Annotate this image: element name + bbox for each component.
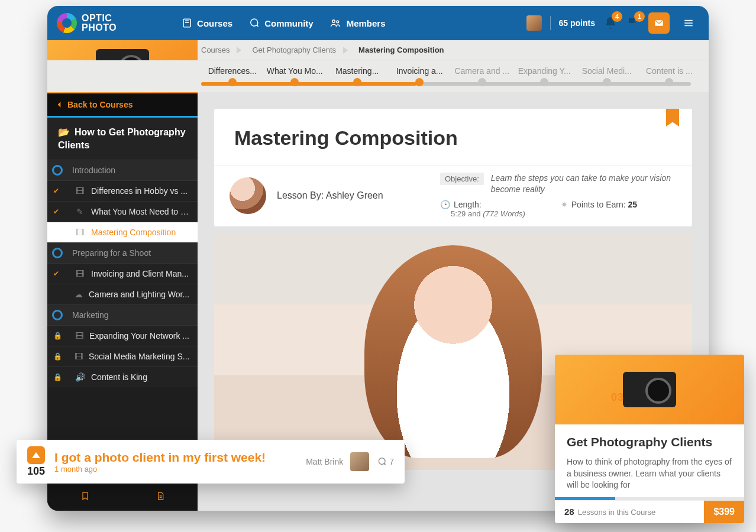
vote-count: 105 (27, 465, 45, 478)
sidebar-lesson-item[interactable]: ✔🎞Differences in Hobby vs ... (47, 180, 198, 201)
author-avatar[interactable] (230, 177, 266, 214)
book-icon (182, 18, 192, 28)
promo-desc: How to think of photography from the eye… (567, 456, 732, 491)
forum-post-card[interactable]: 105 I got a photo client in my first wee… (17, 440, 405, 484)
promo-lesson-count: 28Lessons in this Course (555, 502, 704, 521)
brand-logo[interactable]: OPTIC PHOTO (57, 13, 117, 33)
step-7[interactable]: Content is ... (638, 66, 701, 86)
upvote-button[interactable] (27, 446, 45, 464)
sidebar-section: Introduction (47, 160, 198, 180)
topbar-right: 65 points 4 1 (526, 12, 699, 34)
sidebar-lesson-item[interactable]: ☁Camera and Lighting Wor... (47, 284, 198, 304)
notifications-badge: 4 (612, 11, 622, 22)
video-thumbnail (364, 245, 542, 458)
camera-icon (623, 372, 676, 407)
chat-icon (248, 18, 260, 28)
forum-age: 1 month ago (54, 465, 266, 473)
back-to-courses[interactable]: Back to Courses (47, 93, 198, 116)
sidebar-lesson-item[interactable]: 🔒🎞Expanding Your Network ... (47, 325, 198, 346)
bookmarks-button[interactable] (80, 490, 90, 502)
step-5[interactable]: Expanding Y... (513, 66, 576, 86)
flags-button[interactable]: 1 (626, 16, 640, 30)
members-icon (329, 18, 342, 28)
svg-point-2 (337, 21, 339, 23)
vote-control: 105 (27, 446, 45, 478)
sidebar-lesson-item[interactable]: 🔒🔊Content is King (47, 366, 198, 387)
menu-button[interactable] (678, 12, 699, 34)
chevron-left-icon (57, 102, 62, 108)
sidebar-lesson-item[interactable]: ✔🎞Invoicing and Client Man... (47, 263, 198, 284)
clock-icon: 🕑 (440, 200, 450, 209)
lesson-points: ✷Points to Earn: 25 (561, 200, 637, 218)
messages-button[interactable] (648, 12, 670, 34)
step-4[interactable]: Camera and ... (451, 66, 513, 86)
topbar: OPTIC PHOTO Courses Community Members (47, 6, 709, 40)
promo-hero (555, 355, 744, 424)
sidebar-lesson-item[interactable]: ✔✎What You Most Need to … (47, 201, 198, 222)
sidebar-lesson-item[interactable]: 🎞Mastering Composition (47, 222, 198, 242)
crumb-courses[interactable]: Courses (201, 46, 241, 54)
lesson-title: Mastering Composition (214, 109, 692, 165)
caret-up-icon (32, 452, 40, 458)
course-title: 📂How to Get Photography Clients (47, 116, 198, 160)
lesson-meta: Lesson By: Ashley Green Objective: Learn… (214, 165, 692, 226)
sidebar-section: Preparing for a Shoot (47, 242, 198, 263)
sidebar-lesson-item[interactable]: 🔒🎞Social Media Marketing S... (47, 346, 198, 366)
forum-title: I got a photo client in my first week! (54, 450, 266, 465)
objective-text: Learn the steps you can take to make you… (491, 173, 679, 195)
forum-comments[interactable]: 7 (376, 457, 394, 466)
aperture-icon (57, 13, 77, 33)
crumb-course[interactable]: Get Photography Clients (252, 46, 348, 54)
lesson-progress-steps: Differences...What You Mo...Mastering...… (47, 60, 709, 92)
star-icon: ✷ (561, 200, 568, 209)
step-1[interactable]: What You Mo... (264, 66, 327, 86)
flags-badge: 1 (634, 11, 645, 22)
promo-price[interactable]: $399 (704, 501, 744, 523)
lesson-length: 🕑Length: 5:29 and (772 Words) (440, 200, 525, 218)
objective-label: Objective: (440, 173, 484, 185)
forum-author-avatar[interactable] (350, 452, 369, 471)
lesson-card: Mastering Composition Lesson By: Ashley … (214, 109, 692, 226)
step-3[interactable]: Invoicing a... (389, 66, 451, 86)
nav-courses[interactable]: Courses (182, 18, 232, 28)
step-2[interactable]: Mastering... (326, 66, 389, 86)
notes-button[interactable] (156, 490, 165, 502)
sidebar-footer (47, 481, 198, 511)
bookmark-icon (80, 490, 90, 502)
sidebar-section: Marketing (47, 304, 198, 325)
user-avatar[interactable] (526, 15, 542, 31)
course-promo-card[interactable]: Get Photography Clients How to think of … (555, 355, 744, 523)
forum-author[interactable]: Matt Brink (306, 457, 343, 466)
notifications-button[interactable]: 4 (603, 16, 618, 30)
nav-community[interactable]: Community (248, 18, 314, 28)
folder-open-icon: 📂 (58, 127, 70, 137)
lesson-author: Lesson By: Ashley Green (277, 190, 383, 201)
step-0[interactable]: Differences... (201, 66, 264, 86)
nav-members[interactable]: Members (329, 18, 386, 28)
crumb-lesson: Mastering Composition (358, 46, 455, 54)
step-6[interactable]: Social Medi... (576, 66, 638, 86)
hamburger-icon (682, 18, 695, 28)
comment-icon (376, 457, 387, 466)
promo-title: Get Photography Clients (567, 435, 732, 449)
envelope-icon (653, 18, 665, 28)
user-points: 65 points (559, 18, 595, 28)
brand-text: OPTIC PHOTO (82, 14, 117, 33)
primary-nav: Courses Community Members (182, 18, 385, 28)
svg-point-1 (332, 20, 335, 23)
document-icon (156, 490, 165, 502)
